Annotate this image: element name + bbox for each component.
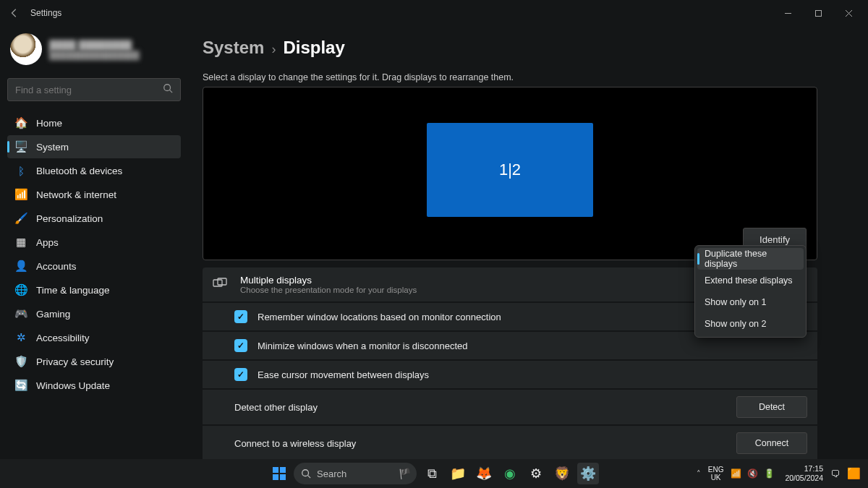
taskbar-app-green[interactable]: ◉ (499, 463, 521, 484)
breadcrumb: System › Display (203, 38, 817, 58)
shield-icon: 🛡️ (14, 355, 27, 368)
avatar (10, 33, 42, 65)
nav-label: Personalization (36, 213, 103, 224)
system-icon: 🖥️ (14, 140, 27, 153)
brush-icon: 🖌️ (14, 212, 27, 225)
connect-button[interactable]: Connect (736, 432, 807, 454)
wifi-icon: 📶 (731, 468, 741, 479)
detect-label: Detect other display (213, 402, 318, 413)
display-monitor-box[interactable]: 1|2 (427, 123, 593, 217)
search-input-wrap[interactable] (7, 78, 181, 101)
svg-line-13 (308, 476, 311, 479)
update-icon: 🔄 (14, 379, 27, 392)
nav-personalization[interactable]: 🖌️Personalization (7, 207, 181, 230)
dropdown-option-only-2[interactable]: Show only on 2 (697, 313, 804, 335)
back-button[interactable] (4, 3, 25, 23)
gaming-icon: 🎮 (14, 307, 27, 320)
minimize-button[interactable] (773, 1, 803, 25)
account-icon: 👤 (14, 260, 27, 273)
clock[interactable]: 17:15 20/05/2024 (785, 464, 823, 482)
chevron-right-icon: › (271, 42, 276, 57)
volume-mute-icon: 🔇 (747, 468, 758, 479)
nav-apps[interactable]: ▦Apps (7, 231, 181, 254)
nav-network[interactable]: 📶Network & internet (7, 183, 181, 206)
ease-cursor-checkbox[interactable]: ✓ (234, 368, 247, 381)
taskbar: Search 🏴 ⧉ 📁 🦊 ◉ ⚙ 🦁 ⚙️ ˄ ENG UK 📶 🔇 🔋 1… (0, 459, 868, 488)
setting-title: Multiple displays (240, 275, 417, 286)
checkbox-label: Remember window locations based on monit… (258, 312, 501, 322)
svg-rect-10 (273, 474, 278, 480)
nav-time[interactable]: 🌐Time & language (7, 278, 181, 301)
notifications-icon[interactable]: 🗨 (830, 468, 840, 479)
nav-label: Gaming (36, 309, 70, 320)
nav-label: Privacy & security (36, 356, 114, 367)
dropdown-option-extend[interactable]: Extend these displays (697, 270, 804, 291)
remember-windows-checkbox[interactable]: ✓ (234, 310, 247, 323)
taskbar-steam[interactable]: ⚙ (525, 463, 547, 484)
bluetooth-icon: ᛒ (14, 164, 27, 177)
wireless-display-row: Connect to a wireless display Connect (203, 426, 817, 459)
search-input[interactable] (15, 85, 163, 95)
ease-cursor-row: ✓ Ease cursor movement between displays (203, 361, 817, 388)
wireless-label: Connect to a wireless display (213, 438, 356, 449)
taskbar-search[interactable]: Search 🏴 (294, 463, 417, 484)
tray-chevron-up-icon[interactable]: ˄ (697, 469, 701, 479)
nav-label: System (36, 142, 69, 153)
svg-rect-11 (280, 474, 286, 480)
nav-update[interactable]: 🔄Windows Update (7, 374, 181, 397)
nav-privacy[interactable]: 🛡️Privacy & security (7, 350, 181, 373)
detect-display-row: Detect other display Detect (203, 390, 817, 424)
dropdown-option-duplicate[interactable]: Duplicate these displays (697, 248, 804, 270)
nav-system[interactable]: 🖥️System (7, 135, 181, 158)
nav-gaming[interactable]: 🎮Gaming (7, 302, 181, 325)
maximize-button[interactable] (803, 1, 833, 25)
dropdown-option-only-1[interactable]: Show only on 1 (697, 291, 804, 313)
nav: 🏠Home 🖥️System ᛒBluetooth & devices 📶Net… (7, 111, 181, 397)
taskbar-firefox[interactable]: 🦊 (473, 463, 495, 484)
apps-icon: ▦ (14, 236, 27, 249)
language-indicator[interactable]: ENG UK (708, 466, 724, 481)
battery-icon: 🔋 (764, 468, 775, 479)
nav-label: Home (36, 118, 62, 129)
display-helptext: Select a display to change the settings … (203, 72, 817, 82)
system-tray[interactable]: 📶 🔇 🔋 (731, 468, 775, 479)
svg-line-5 (170, 90, 173, 93)
taskbar-brave[interactable]: 🦁 (551, 463, 573, 484)
nav-bluetooth[interactable]: ᛒBluetooth & devices (7, 159, 181, 182)
taskbar-settings[interactable]: ⚙️ (577, 463, 599, 484)
checkbox-label: Ease cursor movement between displays (258, 369, 429, 380)
profile[interactable]: ████ ████████ ████████████████ (7, 30, 181, 74)
taskbar-taskview[interactable]: ⧉ (421, 463, 443, 484)
nav-label: Network & internet (36, 189, 116, 200)
multiple-displays-icon (213, 278, 229, 292)
window-title: Settings (30, 8, 61, 18)
taskbar-search-label: Search (317, 468, 346, 479)
titlebar: Settings (0, 0, 868, 26)
setting-subtitle: Choose the presentation mode for your di… (240, 286, 417, 294)
globe-icon: 🌐 (14, 283, 27, 296)
close-button[interactable] (833, 1, 864, 25)
svg-rect-9 (280, 467, 286, 473)
nav-home[interactable]: 🏠Home (7, 111, 181, 134)
nav-accessibility[interactable]: ✲Accessibility (7, 326, 181, 349)
svg-point-4 (164, 85, 171, 91)
nav-label: Accounts (36, 261, 77, 272)
tray-extra-icon[interactable]: 🟧 (847, 467, 861, 480)
nav-label: Accessibility (36, 333, 90, 343)
taskbar-explorer[interactable]: 📁 (447, 463, 469, 484)
breadcrumb-parent[interactable]: System (203, 38, 264, 58)
svg-rect-8 (273, 467, 278, 473)
detect-button[interactable]: Detect (736, 396, 807, 418)
display-mode-dropdown[interactable]: Duplicate these displays Extend these di… (694, 245, 807, 338)
nav-accounts[interactable]: 👤Accounts (7, 254, 181, 278)
profile-name: ████ ████████ (49, 40, 140, 51)
svg-point-12 (302, 470, 309, 476)
sidebar: ████ ████████ ████████████████ 🏠Home 🖥️S… (0, 26, 188, 459)
breadcrumb-current: Display (283, 38, 344, 58)
main: System › Display Select a display to cha… (188, 26, 868, 459)
search-icon (301, 468, 311, 479)
display-arrangement-canvas[interactable]: 1|2 Identify Duplicate these displays Ex… (203, 87, 817, 260)
minimize-windows-checkbox[interactable]: ✓ (234, 339, 247, 352)
start-button[interactable] (269, 463, 289, 484)
profile-email: ████████████████ (49, 51, 140, 59)
